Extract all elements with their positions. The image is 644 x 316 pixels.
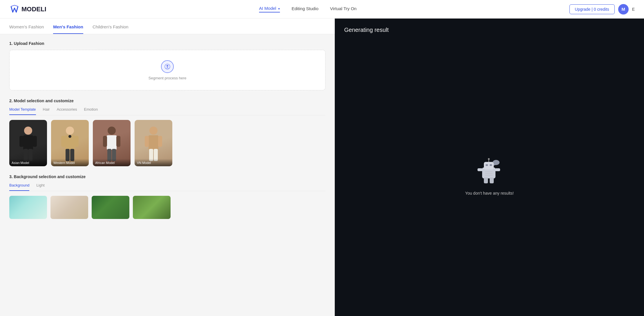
sub-tab-light[interactable]: Light xyxy=(36,183,44,191)
svg-point-13 xyxy=(68,135,71,138)
logo-icon xyxy=(9,4,20,14)
upload-section: 1. Upload Fashion Segment process here xyxy=(9,41,325,90)
bg-card-interior[interactable] xyxy=(50,196,88,219)
svg-rect-33 xyxy=(477,168,483,171)
model-sub-tabs: Model Template Hair Accessories Emotion xyxy=(9,107,325,115)
svg-rect-2 xyxy=(23,135,33,150)
svg-rect-29 xyxy=(486,164,488,166)
model-label-vn: VN Model xyxy=(135,159,172,166)
svg-rect-3 xyxy=(19,136,23,147)
sub-tab-accessories[interactable]: Accessories xyxy=(57,107,77,115)
model-selection-section: 2. Model selection and customize Model T… xyxy=(9,98,325,166)
header-right: Upgrade | 0 credits M E xyxy=(569,4,635,14)
left-panel: Women's Fashion Men's Fashion Children's… xyxy=(0,19,335,316)
svg-point-20 xyxy=(149,127,158,135)
upload-area[interactable]: Segment process here xyxy=(9,50,325,90)
sub-tab-hair[interactable]: Hair xyxy=(43,107,50,115)
svg-rect-10 xyxy=(75,136,79,147)
svg-rect-16 xyxy=(103,136,107,147)
svg-rect-17 xyxy=(116,136,120,147)
svg-rect-36 xyxy=(490,178,494,183)
svg-rect-30 xyxy=(490,164,492,166)
chevron-down-icon xyxy=(277,6,280,11)
upload-icon xyxy=(161,60,174,73)
user-extra: E xyxy=(632,7,635,12)
svg-rect-21 xyxy=(149,135,158,150)
logo[interactable]: MODELI xyxy=(9,4,46,14)
result-title: Generating result xyxy=(344,27,388,33)
model-label-asian: Asian Model xyxy=(9,159,47,166)
nav-item-ai-model[interactable]: AI Model xyxy=(259,6,280,12)
svg-point-7 xyxy=(66,127,74,135)
tab-childrens-fashion[interactable]: Children's Fashion xyxy=(93,24,129,34)
robot-icon xyxy=(476,157,502,186)
background-grid xyxy=(9,196,325,219)
model-grid: Asian Model xyxy=(9,120,325,166)
svg-point-32 xyxy=(488,158,490,160)
model-card-western[interactable]: Western Model xyxy=(51,120,89,166)
upload-title: 1. Upload Fashion xyxy=(9,41,325,46)
svg-rect-35 xyxy=(484,178,488,183)
bg-card-tropical[interactable] xyxy=(133,196,171,219)
svg-rect-23 xyxy=(158,136,162,147)
model-card-vn[interactable]: VN Model xyxy=(135,120,172,166)
tab-mens-fashion[interactable]: Men's Fashion xyxy=(53,24,83,34)
avatar[interactable]: M xyxy=(618,4,629,14)
main-layout: Women's Fashion Men's Fashion Children's… xyxy=(0,19,644,316)
right-panel: Generating result xyxy=(335,19,644,316)
header: MODELI AI Model Editing Studio Virtual T… xyxy=(0,0,644,19)
main-nav: AI Model Editing Studio Virtual Try On xyxy=(259,6,357,12)
svg-rect-9 xyxy=(61,136,65,147)
fashion-tabs: Women's Fashion Men's Fashion Children's… xyxy=(0,19,335,34)
logo-text: MODELI xyxy=(21,6,46,13)
nav-item-virtual-try-on[interactable]: Virtual Try On xyxy=(330,6,357,12)
svg-rect-34 xyxy=(495,168,500,171)
background-section: 3. Background selection and customize Ba… xyxy=(9,174,325,219)
background-title: 3. Background selection and customize xyxy=(9,174,325,179)
model-label-african: African Model xyxy=(93,159,131,166)
model-card-african[interactable]: African Model xyxy=(93,120,131,166)
model-selection-title: 2. Model selection and customize xyxy=(9,98,325,103)
svg-point-1 xyxy=(24,127,32,135)
panel-content: 1. Upload Fashion Segment process here 2… xyxy=(0,34,335,234)
model-card-asian[interactable]: Asian Model xyxy=(9,120,47,166)
sub-tab-emotion[interactable]: Emotion xyxy=(84,107,98,115)
bg-card-nature[interactable] xyxy=(92,196,129,219)
sub-tab-background[interactable]: Background xyxy=(9,183,29,191)
upgrade-button[interactable]: Upgrade | 0 credits xyxy=(569,4,615,14)
svg-rect-22 xyxy=(145,136,149,147)
background-sub-tabs: Background Light xyxy=(9,183,325,191)
empty-state: You don't have any results! xyxy=(344,45,635,308)
upload-placeholder: Segment process here xyxy=(149,76,187,80)
svg-rect-28 xyxy=(484,162,494,169)
tab-womens-fashion[interactable]: Women's Fashion xyxy=(9,24,44,34)
model-label-western: Western Model xyxy=(51,159,89,166)
sub-tab-model-template[interactable]: Model Template xyxy=(9,107,36,115)
svg-point-14 xyxy=(108,127,116,135)
nav-item-editing-studio[interactable]: Editing Studio xyxy=(292,6,319,12)
bg-card-teal[interactable] xyxy=(9,196,47,219)
svg-rect-15 xyxy=(107,135,117,150)
svg-rect-4 xyxy=(33,136,37,147)
empty-text: You don't have any results! xyxy=(465,191,514,196)
